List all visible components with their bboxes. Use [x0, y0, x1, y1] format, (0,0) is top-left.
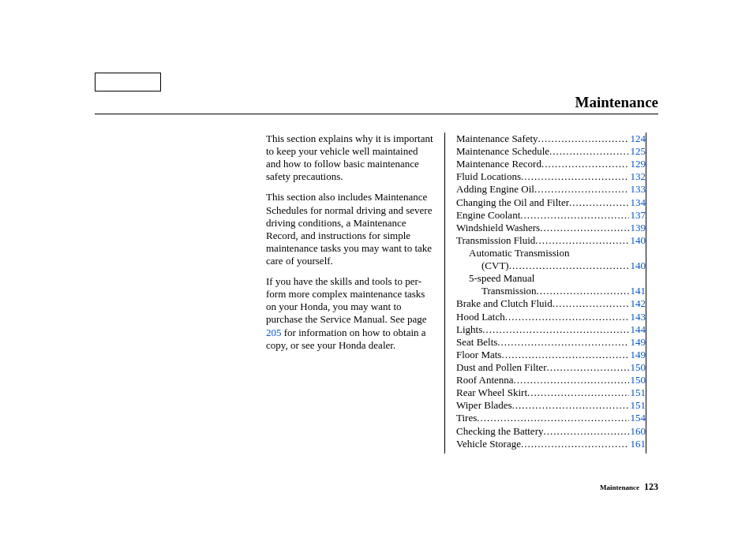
- toc-leader-dots: ........................................…: [541, 158, 629, 170]
- page-footer: Maintenance123: [600, 481, 658, 493]
- toc-leader-dots: ........................................…: [477, 412, 628, 424]
- toc-label: Engine Coolant: [456, 209, 520, 222]
- toc-entry: Checking the Battery....................…: [456, 425, 646, 438]
- toc-entry: Vehicle Storage.........................…: [456, 438, 646, 450]
- toc-label: Seat Belts: [456, 336, 497, 349]
- toc-page-link[interactable]: 140: [631, 259, 646, 272]
- toc-label: Maintenance Record: [456, 158, 541, 170]
- page-link-205[interactable]: 205: [266, 327, 282, 338]
- toc-leader-dots: ........................................…: [538, 133, 629, 145]
- toc-leader-dots: ........................................…: [521, 438, 629, 450]
- toc-page-link[interactable]: 149: [631, 336, 646, 349]
- toc-label: Maintenance Safety: [456, 133, 538, 145]
- toc-entry: Rear Wheel Skirt........................…: [456, 386, 646, 399]
- toc-entry: 5-speed Manual: [456, 272, 646, 285]
- toc-page-link[interactable]: 151: [631, 399, 646, 412]
- toc-page-link[interactable]: 150: [631, 374, 646, 386]
- header-box: [95, 73, 161, 91]
- toc-label: Changing the Oil and Filter: [456, 196, 569, 209]
- toc-leader-dots: ........................................…: [537, 285, 629, 297]
- toc-page-link[interactable]: 129: [631, 158, 646, 170]
- toc-entry: Adding Engine Oil.......................…: [456, 183, 646, 196]
- toc-entry: Maintenance Safety......................…: [456, 133, 646, 145]
- intro-para-3: If you have the skills and tools to per­…: [266, 275, 433, 352]
- toc-leader-dots: ........................................…: [546, 361, 628, 374]
- toc-label: Automatic Transmission: [469, 247, 570, 259]
- toc-leader-dots: ........................................…: [520, 209, 628, 222]
- toc-label: Floor Mats: [456, 349, 501, 361]
- intro-para-3a: If you have the skills and tools to per­…: [266, 275, 427, 325]
- toc-label: Brake and Clutch Fluid: [456, 297, 553, 310]
- toc-entry: Hood Latch..............................…: [456, 311, 646, 323]
- toc-entry: Lights..................................…: [456, 323, 646, 336]
- toc-leader-dots: ........................................…: [549, 145, 628, 158]
- intro-column: This section explains why it is importan…: [266, 133, 445, 454]
- toc-page-link[interactable]: 125: [631, 145, 646, 158]
- toc-entry: Automatic Transmission: [456, 247, 646, 259]
- toc-label: Windshield Washers: [456, 222, 540, 234]
- toc-label: Dust and Pollen Filter: [456, 361, 546, 374]
- toc-page-link[interactable]: 144: [631, 323, 646, 336]
- toc-label: Hood Latch: [456, 311, 505, 323]
- toc-page-link[interactable]: 137: [631, 209, 646, 222]
- toc-page-link[interactable]: 132: [631, 170, 646, 183]
- toc-entry-cont: Transmission............................…: [456, 285, 646, 297]
- toc-entry: Maintenance Schedule....................…: [456, 145, 646, 158]
- toc-page-link[interactable]: 151: [631, 386, 646, 399]
- toc-page-link[interactable]: 143: [631, 311, 646, 323]
- toc-entry: Engine Coolant..........................…: [456, 209, 646, 222]
- toc-leader-dots: ........................................…: [514, 374, 629, 386]
- toc-label: Transmission: [481, 285, 537, 297]
- footer-page-number: 123: [644, 481, 658, 492]
- toc-label: Roof Antenna: [456, 374, 514, 386]
- toc-page-link[interactable]: 124: [631, 133, 646, 145]
- toc-page-link[interactable]: 142: [631, 297, 646, 310]
- toc-page-link[interactable]: 149: [631, 349, 646, 361]
- toc-label: (CVT): [481, 259, 509, 272]
- toc-entry: Wiper Blades............................…: [456, 399, 646, 412]
- toc-page-link[interactable]: 141: [631, 285, 646, 297]
- toc-leader-dots: ........................................…: [505, 311, 629, 323]
- toc-page-link[interactable]: 160: [631, 425, 646, 438]
- toc-page-link[interactable]: 161: [631, 438, 646, 450]
- toc-label: Rear Wheel Skirt: [456, 386, 527, 399]
- toc-leader-dots: ........................................…: [482, 323, 628, 336]
- toc-page-link[interactable]: 134: [631, 196, 646, 209]
- intro-para-1: This section explains why it is importan…: [266, 133, 433, 183]
- toc-entry: Brake and Clutch Fluid..................…: [456, 297, 646, 310]
- toc-entry: Windshield Washers......................…: [456, 222, 646, 234]
- toc-leader-dots: ........................................…: [521, 170, 629, 183]
- toc-entry: Fluid Locations.........................…: [456, 170, 646, 183]
- toc-label: Tires: [456, 412, 477, 424]
- toc-entry: Maintenance Record......................…: [456, 158, 646, 170]
- title-rule: [95, 114, 658, 114]
- toc-label: Adding Engine Oil: [456, 183, 534, 196]
- toc-label: 5-speed Manual: [469, 272, 534, 285]
- toc-entry: Changing the Oil and Filter.............…: [456, 196, 646, 209]
- intro-para-2: This section also includes Maintenance S…: [266, 191, 433, 267]
- toc-leader-dots: ........................................…: [512, 399, 629, 412]
- toc-page-link[interactable]: 139: [631, 222, 646, 234]
- toc-leader-dots: ........................................…: [534, 183, 629, 196]
- intro-para-3b: for information on how to obtain a copy,…: [266, 327, 426, 351]
- toc-leader-dots: ........................................…: [553, 297, 629, 310]
- toc-label: Wiper Blades: [456, 399, 512, 412]
- toc-entry: Tires...................................…: [456, 412, 646, 424]
- toc-page-link[interactable]: 154: [631, 412, 646, 424]
- toc-leader-dots: ........................................…: [569, 196, 629, 209]
- manual-page: Maintenance This section explains why it…: [0, 0, 753, 560]
- toc-leader-dots: ........................................…: [497, 336, 628, 349]
- toc-label: Checking the Battery: [456, 425, 543, 438]
- toc-entry: Floor Mats..............................…: [456, 349, 646, 361]
- section-title: Maintenance: [575, 94, 658, 111]
- toc-label: Maintenance Schedule: [456, 145, 549, 158]
- toc-label: Fluid Locations: [456, 170, 521, 183]
- toc-page-link[interactable]: 140: [631, 234, 646, 247]
- toc-page-link[interactable]: 150: [631, 361, 646, 374]
- footer-section: Maintenance: [600, 483, 639, 491]
- toc-page-link[interactable]: 133: [631, 183, 646, 196]
- toc-entry: Dust and Pollen Filter..................…: [456, 361, 646, 374]
- toc-leader-dots: ........................................…: [543, 425, 628, 438]
- toc-leader-dots: ........................................…: [527, 386, 628, 399]
- toc-leader-dots: ........................................…: [540, 222, 628, 234]
